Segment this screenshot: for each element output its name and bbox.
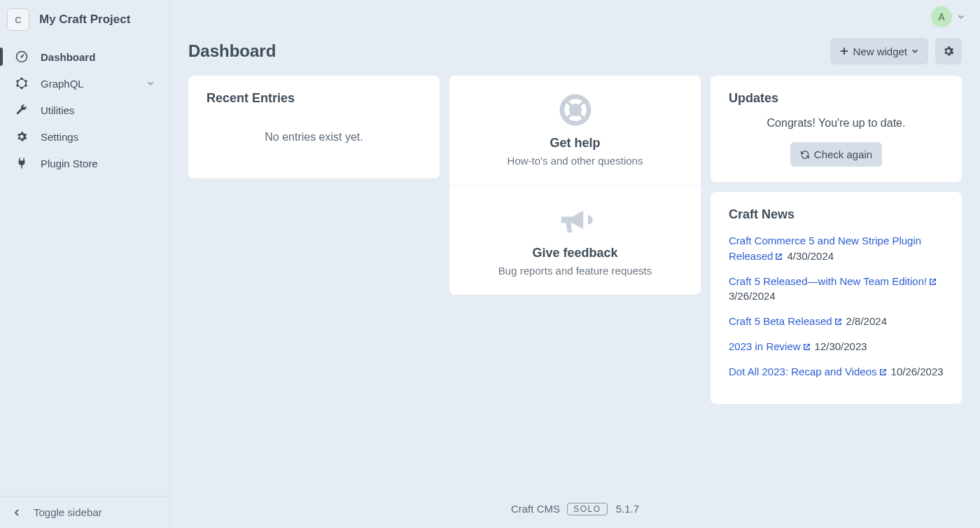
chevron-down-icon (911, 48, 918, 55)
external-link-icon (929, 278, 937, 286)
widgets-grid: Recent Entries No entries exist yet. Get… (170, 76, 980, 404)
recent-entries-empty: No entries exist yet. (206, 117, 421, 163)
new-widget-label: New widget (853, 46, 907, 57)
refresh-icon (800, 150, 810, 160)
external-link-icon (879, 368, 887, 376)
sidebar-nav: Dashboard GraphQL Utilities (0, 39, 169, 496)
new-widget-button[interactable]: New widget (830, 38, 928, 64)
external-link-icon (803, 343, 811, 351)
sidebar-item-utilities[interactable]: Utilities (0, 97, 169, 123)
svg-point-3 (21, 78, 22, 79)
footer-version: 5.1.7 (616, 503, 639, 515)
life-ring-icon (468, 91, 682, 129)
svg-point-7 (17, 85, 18, 86)
edition-badge[interactable]: SOLO (567, 503, 607, 515)
get-help-section[interactable]: Get help How-to's and other questions (449, 76, 701, 185)
check-again-button[interactable]: Check again (790, 142, 882, 167)
footer: Craft CMS SOLO 5.1.7 (170, 503, 980, 515)
sidebar-item-label: Settings (41, 131, 154, 143)
give-feedback-title: Give feedback (468, 246, 682, 260)
megaphone-icon (468, 201, 682, 239)
craft-news-widget: Craft News Craft Commerce 5 and New Stri… (710, 192, 962, 404)
updates-status-text: Congrats! You're up to date. (729, 117, 944, 130)
news-date: 4/30/2024 (787, 250, 834, 262)
news-date: 2/8/2024 (846, 315, 887, 327)
check-again-label: Check again (814, 148, 872, 160)
news-item: Craft Commerce 5 and New Stripe Plugin R… (729, 233, 944, 264)
gear-icon (15, 130, 28, 143)
news-date: 12/30/2023 (815, 340, 867, 352)
give-feedback-section[interactable]: Give feedback Bug reports and feature re… (449, 185, 701, 295)
sidebar-item-dashboard[interactable]: Dashboard (0, 43, 169, 70)
svg-marker-2 (18, 78, 26, 88)
dashboard-settings-button[interactable] (935, 38, 962, 64)
sidebar-item-label: Utilities (41, 104, 154, 116)
footer-product: Craft CMS (511, 503, 560, 515)
sidebar: C My Craft Project Dashboard GraphQL (0, 0, 170, 528)
sidebar-item-label: Plugin Store (41, 158, 154, 169)
svg-point-8 (17, 81, 18, 82)
updates-widget: Updates Congrats! You're up to date. Che… (710, 76, 962, 182)
external-link-icon (775, 253, 783, 260)
get-help-title: Get help (468, 136, 682, 151)
support-widget: Get help How-to's and other questions Gi… (449, 76, 701, 295)
news-item: Craft 5 Beta Released2/8/2024 (729, 314, 944, 329)
sidebar-item-label: Dashboard (41, 51, 154, 63)
sidebar-item-plugin-store[interactable]: Plugin Store (0, 150, 169, 176)
widgets-col-3: Updates Congrats! You're up to date. Che… (710, 76, 962, 404)
news-date: 10/26/2023 (891, 366, 944, 377)
project-title: My Craft Project (39, 13, 130, 27)
chevron-down-icon (147, 80, 154, 87)
graphql-icon (15, 77, 28, 90)
plus-icon (840, 47, 848, 55)
user-menu[interactable]: A (931, 6, 965, 27)
toggle-sidebar-button[interactable]: Toggle sidebar (0, 496, 169, 528)
chevron-left-icon (13, 508, 21, 517)
svg-point-5 (25, 85, 27, 86)
news-item: 2023 in Review12/30/2023 (729, 339, 944, 354)
widgets-col-1: Recent Entries No entries exist yet. (188, 76, 440, 404)
sidebar-item-settings[interactable]: Settings (0, 123, 169, 150)
news-item: Dot All 2023: Recap and Videos10/26/2023 (729, 364, 944, 380)
external-link-icon (834, 318, 842, 326)
news-link[interactable]: Dot All 2023: Recap and Videos (729, 366, 877, 377)
updates-title: Updates (729, 91, 944, 106)
page-title: Dashboard (188, 41, 830, 61)
news-link[interactable]: 2023 in Review (729, 340, 801, 352)
news-date: 3/26/2024 (729, 290, 776, 302)
logo-box[interactable]: C (7, 8, 29, 31)
give-feedback-sub: Bug reports and feature requests (468, 265, 682, 277)
svg-point-4 (25, 81, 27, 82)
get-help-sub: How-to's and other questions (468, 155, 682, 167)
widgets-col-2: Get help How-to's and other questions Gi… (449, 76, 701, 404)
news-link[interactable]: Craft 5 Released—with New Team Edition! (729, 275, 927, 287)
page-header: Dashboard New widget (170, 34, 980, 76)
gear-icon (942, 45, 955, 57)
topbar: A (170, 0, 980, 34)
gauge-icon (15, 50, 28, 63)
sidebar-header: C My Craft Project (0, 0, 169, 39)
main: A Dashboard New widget (170, 0, 980, 528)
svg-point-1 (21, 56, 23, 58)
news-link[interactable]: Craft 5 Beta Released (729, 315, 832, 327)
sidebar-item-graphql[interactable]: GraphQL (0, 70, 169, 97)
sidebar-item-label: GraphQL (41, 78, 134, 90)
toggle-sidebar-label: Toggle sidebar (34, 506, 102, 518)
plug-icon (15, 157, 28, 169)
wrench-icon (15, 104, 28, 116)
chevron-down-icon (958, 13, 965, 20)
svg-point-6 (21, 88, 22, 89)
craft-news-title: Craft News (729, 207, 944, 222)
recent-entries-title: Recent Entries (206, 91, 421, 106)
header-actions: New widget (830, 38, 962, 64)
recent-entries-widget: Recent Entries No entries exist yet. (188, 76, 440, 179)
news-item: Craft 5 Released—with New Team Edition!3… (729, 274, 944, 305)
avatar: A (931, 6, 952, 27)
